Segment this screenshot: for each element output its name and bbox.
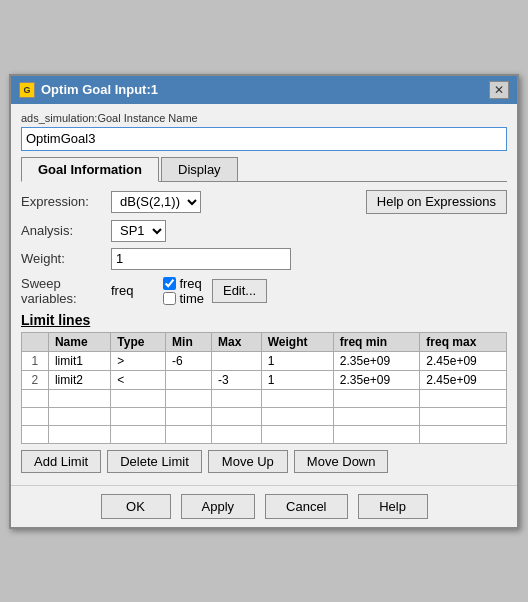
edit-button[interactable]: Edit... — [212, 279, 267, 303]
tab-display[interactable]: Display — [161, 157, 238, 181]
add-limit-button[interactable]: Add Limit — [21, 450, 101, 473]
row-max-2: -3 — [212, 370, 262, 389]
help-button[interactable]: Help — [358, 494, 428, 519]
freq-checkbox[interactable] — [163, 277, 176, 290]
dialog-window: G Optim Goal Input:1 ✕ ads_simulation:Go… — [9, 74, 519, 529]
row-min-2 — [166, 370, 212, 389]
move-up-button[interactable]: Move Up — [208, 450, 288, 473]
row-type-1: > — [111, 351, 166, 370]
col-header-max: Max — [212, 332, 262, 351]
time-checkbox-item: time — [163, 291, 204, 306]
help-expressions-button[interactable]: Help on Expressions — [366, 190, 507, 214]
expression-row: Expression: dB(S(2,1)) Help on Expressio… — [21, 190, 507, 214]
table-row-empty-2 — [22, 407, 507, 425]
col-header-min: Min — [166, 332, 212, 351]
expression-label: Expression: — [21, 194, 111, 209]
title-bar: G Optim Goal Input:1 ✕ — [11, 76, 517, 104]
tabs-container: Goal Information Display — [21, 157, 507, 182]
table-row[interactable]: 2 limit2 < -3 1 2.35e+09 2.45e+09 — [22, 370, 507, 389]
instance-label: ads_simulation:Goal Instance Name — [21, 112, 507, 124]
dialog-body: ads_simulation:Goal Instance Name Goal I… — [11, 104, 517, 485]
row-weight-2: 1 — [261, 370, 333, 389]
row-name-2: limit2 — [48, 370, 110, 389]
limit-lines-table: Name Type Min Max Weight freq min freq m… — [21, 332, 507, 444]
col-header-freq-min: freq min — [333, 332, 420, 351]
expression-select[interactable]: dB(S(2,1)) — [111, 191, 201, 213]
sweep-row: Sweep variables: freq freq time Edit... — [21, 276, 507, 306]
row-freq-max-2: 2.45e+09 — [420, 370, 507, 389]
footer-buttons: OK Apply Cancel Help — [11, 485, 517, 527]
col-header-type: Type — [111, 332, 166, 351]
freq-label: freq — [179, 276, 201, 291]
row-freq-min-2: 2.35e+09 — [333, 370, 420, 389]
close-button[interactable]: ✕ — [489, 81, 509, 99]
row-name-1: limit1 — [48, 351, 110, 370]
row-weight-1: 1 — [261, 351, 333, 370]
row-type-2: < — [111, 370, 166, 389]
title-bar-left: G Optim Goal Input:1 — [19, 82, 158, 98]
row-min-1: -6 — [166, 351, 212, 370]
row-num-1: 1 — [22, 351, 49, 370]
analysis-select[interactable]: SP1 — [111, 220, 166, 242]
analysis-row: Analysis: SP1 — [21, 220, 507, 242]
analysis-label: Analysis: — [21, 223, 111, 238]
sweep-label: Sweep variables: — [21, 276, 111, 306]
time-label: time — [179, 291, 204, 306]
sweep-checkboxes: freq time — [163, 276, 204, 306]
row-max-1 — [212, 351, 262, 370]
row-num-2: 2 — [22, 370, 49, 389]
table-row-empty-1 — [22, 389, 507, 407]
limit-lines-title: Limit lines — [21, 312, 507, 328]
dialog-icon: G — [19, 82, 35, 98]
tab-goal-information[interactable]: Goal Information — [21, 157, 159, 182]
apply-button[interactable]: Apply — [181, 494, 256, 519]
table-row[interactable]: 1 limit1 > -6 1 2.35e+09 2.45e+09 — [22, 351, 507, 370]
col-header-freq-max: freq max — [420, 332, 507, 351]
time-checkbox[interactable] — [163, 292, 176, 305]
weight-input[interactable] — [111, 248, 291, 270]
instance-name-input[interactable] — [21, 127, 507, 151]
table-buttons: Add Limit Delete Limit Move Up Move Down — [21, 450, 507, 473]
col-header-empty — [22, 332, 49, 351]
row-freq-max-1: 2.45e+09 — [420, 351, 507, 370]
table-row-empty-3 — [22, 425, 507, 443]
move-down-button[interactable]: Move Down — [294, 450, 389, 473]
sweep-value: freq — [111, 283, 133, 298]
dialog-title: Optim Goal Input:1 — [41, 82, 158, 97]
weight-row: Weight: — [21, 248, 507, 270]
cancel-button[interactable]: Cancel — [265, 494, 347, 519]
row-freq-min-1: 2.35e+09 — [333, 351, 420, 370]
weight-label: Weight: — [21, 251, 111, 266]
col-header-weight: Weight — [261, 332, 333, 351]
ok-button[interactable]: OK — [101, 494, 171, 519]
delete-limit-button[interactable]: Delete Limit — [107, 450, 202, 473]
col-header-name: Name — [48, 332, 110, 351]
freq-checkbox-item: freq — [163, 276, 204, 291]
